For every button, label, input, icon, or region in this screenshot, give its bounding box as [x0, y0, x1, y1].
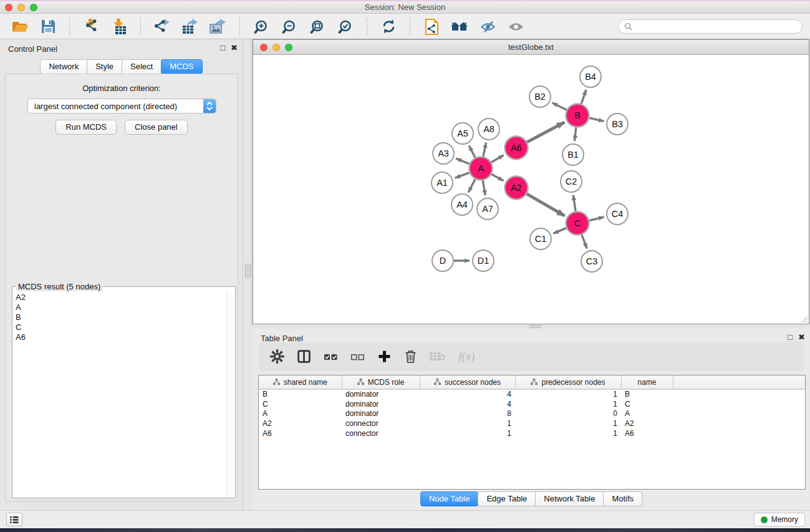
close-panel-icon[interactable]: ✖	[231, 43, 238, 52]
import-network-icon[interactable]	[79, 17, 104, 37]
graph-node-A1[interactable]: A1	[432, 172, 453, 193]
tab-mcds[interactable]: MCDS	[161, 59, 202, 74]
graph-node-A2[interactable]: A2	[505, 177, 528, 200]
table-row[interactable]: A6connector11A6	[259, 429, 805, 439]
column-header-name[interactable]: name	[621, 375, 673, 389]
graph-node-C4[interactable]: C4	[607, 203, 628, 225]
run-mcds-button[interactable]: Run MCDS	[55, 120, 117, 135]
mcds-result-item[interactable]: A6	[14, 332, 225, 342]
graph-node-B1[interactable]: B1	[562, 144, 584, 165]
delete-column-icon[interactable]	[403, 349, 417, 364]
graph-edge-A2-C[interactable]	[527, 194, 565, 216]
close-panel-button[interactable]: Close panel	[125, 120, 188, 135]
graph-node-B2[interactable]: B2	[529, 86, 551, 107]
network-minimize-icon[interactable]	[272, 44, 280, 51]
tab-network[interactable]: Network	[40, 59, 87, 74]
select-all-checkboxes-icon[interactable]	[324, 349, 338, 364]
network-canvas[interactable]: B4B2BB3A8A5A6A3B1AC2A1A2A4A7C4CC1DD1C3	[253, 56, 809, 324]
show-panels-button[interactable]	[6, 513, 22, 526]
graph-edge-B-B4[interactable]	[581, 90, 586, 104]
search-box[interactable]	[618, 19, 803, 34]
close-table-panel-icon[interactable]: ✖	[798, 332, 805, 342]
graph-node-A5[interactable]: A5	[452, 123, 473, 144]
graph-edge-C-C3[interactable]	[582, 235, 587, 248]
column-layout-icon[interactable]	[297, 349, 311, 364]
graph-node-A3[interactable]: A3	[433, 143, 454, 164]
minimize-window-icon[interactable]	[17, 4, 25, 11]
export-network-icon[interactable]	[150, 17, 175, 37]
window-resize-grip[interactable]	[800, 315, 808, 323]
graph-edge-A-A1[interactable]	[455, 173, 470, 178]
graph-node-C1[interactable]: C1	[530, 228, 551, 249]
graph-node-A7[interactable]: A7	[477, 198, 498, 220]
mcds-result-item[interactable]: B	[14, 312, 225, 322]
graph-node-C[interactable]: C	[566, 212, 589, 235]
mcds-result-item[interactable]: C	[14, 322, 225, 332]
mcds-result-item[interactable]: A	[14, 302, 225, 312]
mcds-result-item[interactable]: A2	[14, 293, 225, 302]
tab-motifs[interactable]: Motifs	[603, 491, 642, 506]
tab-network-table[interactable]: Network Table	[535, 491, 604, 506]
graph-edge-A-A3[interactable]	[456, 158, 469, 164]
column-header-shared-name[interactable]: shared name	[259, 375, 342, 389]
graph-edge-B-B1[interactable]	[574, 127, 576, 141]
table-row[interactable]: Bdominator41B	[259, 389, 805, 400]
import-table-icon[interactable]	[107, 17, 132, 37]
export-image-icon[interactable]	[206, 17, 231, 37]
optimization-criterion-select[interactable]: largest connected component (directed)	[27, 99, 216, 114]
open-session-icon[interactable]	[7, 17, 32, 37]
graph-node-C2[interactable]: C2	[561, 171, 582, 192]
graph-node-B[interactable]: B	[566, 104, 589, 127]
graph-edge-B-B2[interactable]	[552, 103, 567, 110]
zoom-window-icon[interactable]	[30, 4, 37, 11]
zoom-selected-icon[interactable]	[333, 17, 358, 37]
table-row[interactable]: Cdominator41C	[259, 400, 805, 410]
tab-edge-table[interactable]: Edge Table	[478, 491, 536, 506]
graph-node-A[interactable]: A	[470, 157, 493, 180]
graph-edge-A-A6[interactable]	[491, 155, 504, 162]
graph-node-A4[interactable]: A4	[451, 194, 473, 215]
graph-edge-A-A4[interactable]	[468, 179, 475, 192]
network-window-titlebar[interactable]: testGlobe.txt	[253, 40, 809, 55]
graph-edge-C-C1[interactable]	[553, 228, 566, 234]
graph-edge-A-A7[interactable]	[483, 180, 485, 195]
vertical-split-handle[interactable]	[245, 264, 251, 278]
graph-edge-A-A8[interactable]	[483, 143, 486, 157]
add-column-icon[interactable]	[377, 349, 391, 364]
graph-edge-A-A2[interactable]	[491, 174, 503, 180]
network-close-icon[interactable]	[260, 44, 268, 51]
zoom-fit-icon[interactable]	[305, 17, 330, 37]
search-input[interactable]	[635, 22, 796, 31]
graph-edge-C-C2[interactable]	[573, 195, 576, 211]
zoom-in-icon[interactable]	[249, 17, 274, 37]
app-titlebar[interactable]: Session: New Session	[0, 1, 810, 14]
graph-node-D1[interactable]: D1	[473, 250, 494, 271]
column-header-MCDS-role[interactable]: MCDS role	[342, 375, 420, 389]
tab-select[interactable]: Select	[122, 59, 162, 74]
tab-node-table[interactable]: Node Table	[420, 491, 479, 506]
horizontal-split-handle[interactable]	[529, 325, 541, 328]
show-eye-icon[interactable]	[503, 17, 528, 37]
network-zoom-icon[interactable]	[285, 44, 292, 51]
settings-gear-icon[interactable]	[270, 349, 284, 364]
tab-style[interactable]: Style	[87, 59, 122, 74]
mcds-list-scrollbar[interactable]	[226, 293, 234, 497]
graph-edge-C-C4[interactable]	[589, 217, 604, 221]
export-table-icon[interactable]	[178, 17, 203, 37]
graph-node-B3[interactable]: B3	[607, 114, 628, 135]
refresh-icon[interactable]	[376, 17, 401, 37]
table-row[interactable]: A2connector11A2	[259, 419, 805, 429]
home-icon[interactable]	[447, 17, 472, 37]
close-window-icon[interactable]	[5, 4, 12, 11]
graph-node-B4[interactable]: B4	[580, 66, 601, 87]
network-from-selection-icon[interactable]	[419, 17, 444, 37]
graph-edge-A-A5[interactable]	[469, 146, 475, 158]
graph-edge-B-B3[interactable]	[589, 118, 604, 121]
float-table-panel-icon[interactable]: □	[788, 332, 793, 342]
graph-node-D[interactable]: D	[432, 250, 453, 271]
graph-node-A8[interactable]: A8	[478, 118, 499, 140]
hide-unselected-eye-icon[interactable]	[475, 17, 500, 37]
graph-node-C3[interactable]: C3	[581, 251, 602, 272]
deselect-all-checkboxes-icon[interactable]	[350, 349, 365, 364]
graph-node-A6[interactable]: A6	[505, 137, 528, 160]
